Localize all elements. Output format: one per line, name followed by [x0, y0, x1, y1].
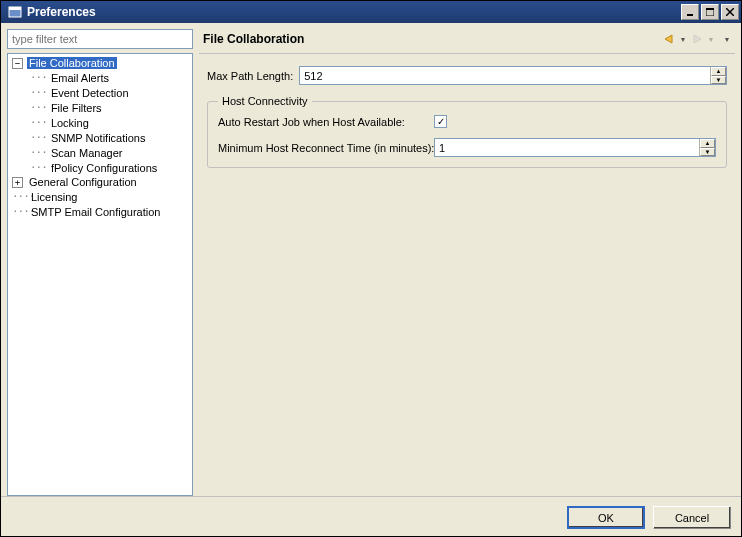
svg-rect-2 — [687, 14, 693, 16]
nav-forward-dropdown-icon[interactable]: ▼ — [707, 36, 715, 43]
form-area: Max Path Length: ▲ ▼ Host Connectivity A… — [199, 66, 735, 168]
tree-item-file-filters[interactable]: ··· File Filters — [8, 100, 192, 115]
min-reconnect-spinner[interactable]: ▲ ▼ — [434, 138, 716, 157]
svg-rect-1 — [9, 7, 21, 10]
cancel-button[interactable]: Cancel — [653, 506, 731, 529]
tree-item-locking[interactable]: ··· Locking — [8, 115, 192, 130]
content-area: − File Collaboration ··· Email Alerts ··… — [1, 23, 741, 496]
minimize-button[interactable] — [681, 4, 699, 20]
button-bar: OK Cancel — [1, 496, 741, 537]
auto-restart-checkbox[interactable]: ✓ — [434, 115, 447, 128]
tree-connector-icon: ··· — [30, 146, 47, 159]
auto-restart-row: Auto Restart Job when Host Available: ✓ — [218, 115, 716, 128]
max-path-spinner[interactable]: ▲ ▼ — [299, 66, 727, 85]
spinner-down-icon[interactable]: ▼ — [711, 76, 726, 85]
spinner-up-icon[interactable]: ▲ — [711, 67, 726, 76]
right-panel: File Collaboration ▼ ▼ ▼ Max Path Length… — [199, 29, 735, 496]
maximize-button[interactable] — [701, 4, 719, 20]
expand-icon[interactable]: + — [12, 177, 23, 188]
spinner-down-icon[interactable]: ▼ — [700, 148, 715, 157]
tree-connector-icon: ··· — [30, 86, 47, 99]
max-path-row: Max Path Length: ▲ ▼ — [207, 66, 727, 85]
tree-connector-icon: ··· — [30, 116, 47, 129]
filter-input[interactable] — [7, 29, 193, 49]
tree-item-snmp-notifications[interactable]: ··· SNMP Notifications — [8, 130, 192, 145]
max-path-input[interactable] — [300, 67, 710, 84]
app-icon — [7, 4, 23, 20]
host-connectivity-legend: Host Connectivity — [218, 95, 312, 107]
preferences-tree[interactable]: − File Collaboration ··· Email Alerts ··… — [7, 53, 193, 496]
nav-forward-icon[interactable] — [689, 31, 705, 47]
tree-item-file-collaboration[interactable]: − File Collaboration — [8, 56, 192, 70]
svg-rect-4 — [706, 8, 714, 10]
nav-back-icon[interactable] — [661, 31, 677, 47]
menu-dropdown-icon[interactable]: ▼ — [723, 36, 731, 43]
page-title: File Collaboration — [203, 32, 661, 46]
tree-connector-icon: ··· — [30, 101, 47, 114]
page-header: File Collaboration ▼ ▼ ▼ — [199, 29, 735, 54]
min-reconnect-label: Minimum Host Reconnect Time (in minutes)… — [218, 142, 428, 154]
tree-item-licensing[interactable]: ···· Licensing — [8, 189, 192, 204]
window-controls — [681, 4, 739, 20]
spinner-up-icon[interactable]: ▲ — [700, 139, 715, 148]
window-title: Preferences — [27, 5, 681, 19]
host-connectivity-group: Host Connectivity Auto Restart Job when … — [207, 95, 727, 168]
auto-restart-label: Auto Restart Job when Host Available: — [218, 116, 428, 128]
max-path-label: Max Path Length: — [207, 70, 293, 82]
close-button[interactable] — [721, 4, 739, 20]
tree-item-smtp-email-configuration[interactable]: ···· SMTP Email Configuration — [8, 204, 192, 219]
min-reconnect-row: Minimum Host Reconnect Time (in minutes)… — [218, 138, 716, 157]
min-reconnect-input[interactable] — [435, 139, 699, 156]
tree-connector-icon: ···· — [12, 205, 27, 218]
collapse-icon[interactable]: − — [12, 58, 23, 69]
tree-item-event-detection[interactable]: ··· Event Detection — [8, 85, 192, 100]
titlebar: Preferences — [1, 1, 741, 23]
tree-item-fpolicy-configurations[interactable]: ··· fPolicy Configurations — [8, 160, 192, 175]
nav-back-dropdown-icon[interactable]: ▼ — [679, 36, 687, 43]
nav-buttons: ▼ ▼ ▼ — [661, 31, 731, 47]
tree-connector-icon: ··· — [30, 71, 47, 84]
left-panel: − File Collaboration ··· Email Alerts ··… — [7, 29, 193, 496]
tree-connector-icon: ··· — [30, 161, 47, 174]
tree-item-general-configuration[interactable]: + General Configuration — [8, 175, 192, 189]
tree-item-scan-manager[interactable]: ··· Scan Manager — [8, 145, 192, 160]
tree-item-email-alerts[interactable]: ··· Email Alerts — [8, 70, 192, 85]
tree-connector-icon: ··· — [30, 131, 47, 144]
tree-connector-icon: ···· — [12, 190, 27, 203]
ok-button[interactable]: OK — [567, 506, 645, 529]
